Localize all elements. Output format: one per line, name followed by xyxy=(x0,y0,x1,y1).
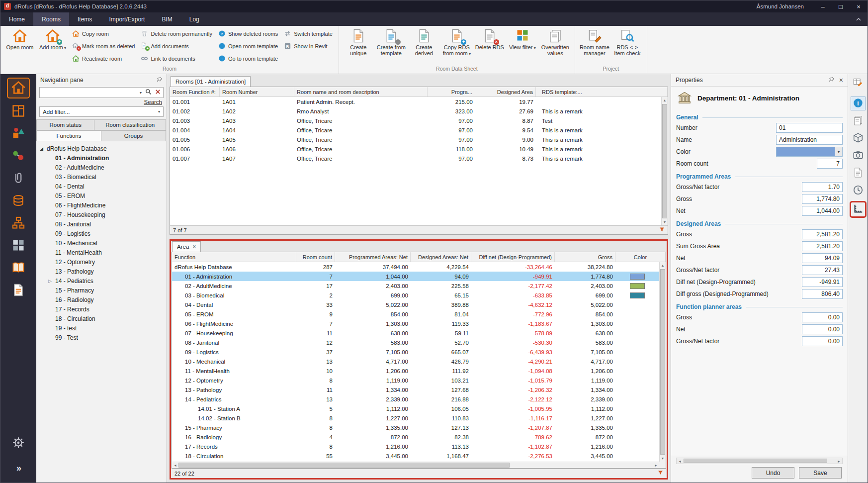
tab-room-classification[interactable]: Room classification xyxy=(94,119,166,130)
area-table-row[interactable]: 11 - MentalHealth101,206.00111.92-1,094.… xyxy=(172,366,659,376)
rooms-vertical-scrollbar[interactable]: ▲ ▼ xyxy=(661,97,668,225)
tree-item-05-erom[interactable]: 05 - EROM xyxy=(36,191,167,200)
close-tab-icon[interactable]: × xyxy=(192,243,196,250)
rooms-table-row[interactable]: 01.0021A02Rmo Analyst323.0027.69This is … xyxy=(170,106,661,116)
number-field[interactable]: 01 xyxy=(776,123,843,133)
search-link[interactable]: Search xyxy=(144,99,162,105)
menu-tab-log[interactable]: Log xyxy=(181,12,208,26)
tree-expand-icon[interactable]: ◢ xyxy=(40,146,47,151)
gross-field[interactable]: 1,774.80 xyxy=(802,194,843,204)
sum-gross-area-field[interactable]: 2,581.20 xyxy=(802,241,843,251)
create-from-template-button[interactable]: =Create from template xyxy=(375,27,408,66)
column-header-designed-areas-net[interactable]: Designed Areas: Net xyxy=(411,252,471,262)
show-in-revit-button[interactable]: RShow in Revit xyxy=(281,40,335,52)
sidebar-item-functions[interactable] xyxy=(7,214,30,233)
area-table-row[interactable]: 14.02 - Station B81,227.00110.83-1,116.1… xyxy=(172,413,659,423)
area-table-row[interactable]: 04 - Dental335,022.00389.88-4,632.125,02… xyxy=(172,300,659,309)
properties-scrollbar[interactable]: ◄ ► xyxy=(676,458,843,464)
column-header-room-name-and-room-description[interactable]: Room name and room description xyxy=(294,87,428,97)
search-input[interactable]: ▾ xyxy=(39,87,164,98)
rooms-table-row[interactable]: 01.0061A06Office, Tricare118.0010.49This… xyxy=(170,144,661,154)
tool-info[interactable]: i xyxy=(851,97,866,110)
rooms-table-row[interactable]: 01.0011A01Patient Admin. Recept.215.0019… xyxy=(170,97,661,106)
save-button[interactable]: Save xyxy=(799,467,842,479)
menu-tab-items[interactable]: Items xyxy=(69,12,100,26)
area-table-row[interactable]: 01 - Administration71,044.0094.09-949.91… xyxy=(172,272,659,281)
column-header-progra[interactable]: Progra... xyxy=(428,87,475,97)
tool-document[interactable] xyxy=(851,166,866,180)
sidebar-item-items[interactable] xyxy=(7,125,30,143)
close-button[interactable]: × xyxy=(850,0,868,12)
link-to-documents-button[interactable]: Link to documents xyxy=(138,52,215,65)
tool-area-measure[interactable] xyxy=(850,201,867,218)
menu-tab-import-export[interactable]: Import/Export xyxy=(100,12,153,26)
rooms-table-row[interactable]: 01.0031A03Office, Tricare97.008.87Test xyxy=(170,116,661,125)
tree-item-08-janitorial[interactable]: 08 - Janitorial xyxy=(36,219,167,229)
menu-tab-rooms[interactable]: Rooms xyxy=(33,12,69,26)
area-table-row[interactable]: 14 - Pediatrics132,339.00216.88-2,122.12… xyxy=(172,394,659,404)
tree-expand-icon[interactable]: ▷ xyxy=(48,279,55,284)
net-field[interactable]: 0.00 xyxy=(802,324,843,334)
diff-gross-designed-programmed-field[interactable]: 806.40 xyxy=(802,289,843,299)
copy-room-button[interactable]: Copy room xyxy=(70,27,137,40)
gross-net-factor-field[interactable]: 27.43 xyxy=(802,265,843,275)
create-unique-button[interactable]: Create unique xyxy=(342,27,375,66)
net-field[interactable]: 94.09 xyxy=(802,253,843,263)
minimize-button[interactable]: – xyxy=(814,0,832,12)
menu-tab-bim[interactable]: BIM xyxy=(153,12,180,26)
gross-net-factor-field[interactable]: 1.70 xyxy=(802,182,843,192)
delete-rds-button[interactable]: ×Delete RDS xyxy=(473,27,506,66)
tree-item-18-circulation[interactable]: 18 - Circulation xyxy=(36,314,167,323)
rooms-tab[interactable]: Rooms [01 - Administration] xyxy=(171,76,251,87)
delete-room-permanently-button[interactable]: Delete room permanently xyxy=(138,27,215,40)
tree-item-14-pediatrics[interactable]: ▷14 - Pediatrics xyxy=(36,276,167,286)
sidebar-item-reports[interactable] xyxy=(7,282,30,300)
pin-icon[interactable] xyxy=(829,77,835,84)
area-table-row[interactable]: 05 - EROM9854.0081.04-772.96854.00 xyxy=(172,309,659,319)
column-header-designed-area[interactable]: Designed Area xyxy=(475,87,536,97)
column-header-gross[interactable]: Gross xyxy=(555,252,615,262)
column-header-rds-template[interactable]: RDS template:... xyxy=(536,87,668,97)
tree-item-06-flightmedicine[interactable]: 06 - FlightMedicine xyxy=(36,200,167,210)
overwritten-values-button[interactable]: Overwritten values xyxy=(539,27,572,66)
search-icon[interactable] xyxy=(145,89,152,97)
tree-root-item[interactable]: ◢dRofus Help Database xyxy=(36,144,167,153)
rooms-table-row[interactable]: 01.0071A07Office, Tricare97.008.73This i… xyxy=(170,154,661,163)
area-table-row[interactable]: 07 - Housekeeping11638.0059.11-578.89638… xyxy=(172,328,659,338)
column-header-room-number[interactable]: Room Number xyxy=(220,87,294,97)
color-picker[interactable]: ▾ xyxy=(776,147,843,157)
tree-item-07-housekeeping[interactable]: 07 - Housekeeping xyxy=(36,210,167,219)
tree-item-11-mentalhealth[interactable]: 11 - MentalHealth xyxy=(36,248,167,257)
filter-icon[interactable] xyxy=(658,470,663,477)
tree-item-13-pathology[interactable]: 13 - Pathology xyxy=(36,267,167,276)
area-table-row[interactable]: 02 - AdultMedicine172,403.00225.58-2,177… xyxy=(172,281,659,290)
column-header-programmed-areas-net[interactable]: Programmed Areas: Net xyxy=(335,252,411,262)
column-header-function[interactable]: Function xyxy=(172,252,296,262)
net-field[interactable]: 1,044.00 xyxy=(802,206,843,216)
tab-groups[interactable]: Groups xyxy=(101,130,166,141)
copy-rds-from-room-button[interactable]: +Copy RDS from room ▾ xyxy=(440,27,473,66)
tree-item-16-radiology[interactable]: 16 - Radiology xyxy=(36,295,167,304)
close-panel-icon[interactable]: × xyxy=(839,76,843,84)
tool-copies[interactable] xyxy=(851,114,866,128)
open-room-button[interactable]: Open room xyxy=(3,27,36,66)
tree-item-19-test[interactable]: 19 - test xyxy=(36,323,167,333)
room-name-manager-button[interactable]: Room name manager xyxy=(578,27,611,66)
area-tab[interactable]: Area × xyxy=(172,241,201,252)
tab-room-status[interactable]: Room status xyxy=(36,119,94,130)
search-dropdown-icon[interactable]: ▾ xyxy=(140,91,142,95)
collapse-ribbon-icon[interactable] xyxy=(850,12,868,26)
add-documents-button[interactable]: +Add documents xyxy=(138,40,215,52)
gross-field[interactable]: 0.00 xyxy=(802,312,843,322)
tree-item-17-records[interactable]: 17 - Records xyxy=(36,304,167,314)
area-horizontal-scrollbar[interactable]: ◄ ► xyxy=(172,462,659,468)
area-table-row[interactable]: 09 - Logistics377,105.00665.07-6,439.937… xyxy=(172,347,659,357)
area-table-row[interactable]: 14.01 - Station A51,112.00106.05-1,005.9… xyxy=(172,404,659,413)
sidebar-item-home[interactable] xyxy=(7,78,30,98)
area-table-row[interactable]: 13 - Pathology111,334.00127.68-1,206.321… xyxy=(172,385,659,394)
tool-model-3d[interactable] xyxy=(851,131,866,145)
tab-functions[interactable]: Functions xyxy=(36,130,101,141)
filter-icon[interactable] xyxy=(659,227,665,233)
tool-snapshot[interactable] xyxy=(851,149,866,163)
sidebar-item-buildings[interactable] xyxy=(7,237,30,255)
